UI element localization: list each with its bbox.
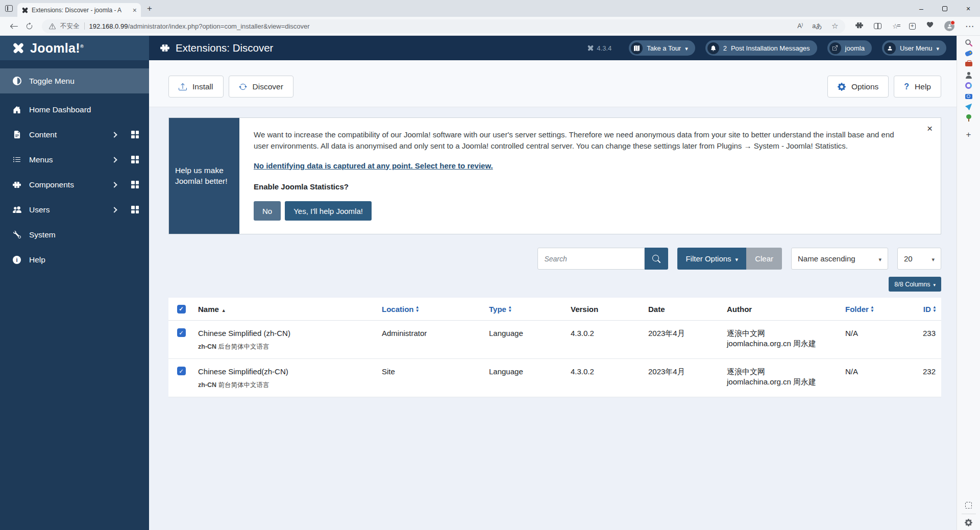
sidebar-item-toggle-menu[interactable]: Toggle Menu [0,68,149,93]
toolbar-row: Install Discover Options Help [149,60,957,107]
install-button[interactable]: Install [168,76,224,98]
sidebar-item-components[interactable]: Components [0,172,149,197]
browser-essentials-icon[interactable] [926,21,934,31]
sidebar-item-help[interactable]: Help [0,247,149,272]
user-menu-button[interactable]: User Menu [882,40,946,56]
panel-close-icon[interactable] [927,123,933,134]
browser-tab[interactable]: Extensions: Discover - joomla - A [17,3,141,17]
row-checkbox[interactable] [177,328,186,337]
favorite-star-icon[interactable] [831,21,838,31]
sidebar-outlook-icon[interactable] [964,92,973,101]
sidebar-item-menus[interactable]: Menus [0,147,149,172]
caret-down-icon [936,44,939,52]
filter-options-button[interactable]: Filter Options [677,248,746,270]
profile-avatar[interactable] [944,21,954,31]
columns-button[interactable]: 8/8 Columns [889,277,941,292]
sidebar-tools-icon[interactable] [964,60,973,68]
dashboard-grid-icon[interactable] [131,156,139,163]
statistics-no-button[interactable]: No [254,201,281,221]
chevron-right-icon[interactable] [111,207,117,212]
browser-toolbar: 不安全 192.168.0.99/administrator/index.php… [0,17,980,36]
caret-down-icon [685,44,688,52]
screenshot-icon[interactable] [964,501,973,510]
sidebar-settings-icon[interactable] [964,518,973,527]
dashboard-grid-icon[interactable] [131,131,139,138]
extension-folder: N/A [841,367,914,377]
tab-actions-button[interactable] [0,5,17,12]
sidebar-item-home-dashboard[interactable]: Home Dashboard [0,97,149,122]
clear-button[interactable]: Clear [746,248,782,270]
table-row: Chinese Simplified (zh-CN) zh-CN 后台简体中文语… [168,321,941,359]
row-checkbox[interactable] [177,367,186,375]
preview-site-button[interactable]: joomla [827,40,872,56]
page-title: Extensions: Discover [160,42,273,54]
post-installation-messages-button[interactable]: 2 Post Installation Messages [705,40,817,56]
upload-icon [179,83,187,91]
joomla-favicon [21,7,28,13]
close-button[interactable]: × [957,0,980,17]
split-screen-icon[interactable] [874,23,881,29]
extension-folder: N/A [841,328,914,339]
sidebar-loop-icon[interactable] [964,81,973,90]
sidebar-search-icon[interactable] [964,38,973,47]
column-header-type[interactable]: Type [485,305,567,314]
refresh-icon [239,83,247,91]
limit-select[interactable]: 20 [897,248,941,270]
tab-title: Extensions: Discover - joomla - A [32,7,129,14]
dashboard-grid-icon[interactable] [131,206,139,213]
collections-icon[interactable] [909,23,916,30]
column-header-date: Date [644,305,723,314]
help-button[interactable]: Help [894,76,941,98]
extension-date: 2023年4月 [644,328,723,339]
caret-down-icon [922,254,935,263]
tab-close-icon[interactable] [133,7,137,14]
address-bar[interactable]: 不安全 192.168.0.99/administrator/index.php… [42,19,845,33]
favorites-icon[interactable] [892,22,898,30]
dashboard-grid-icon[interactable] [131,181,139,188]
sort-select[interactable]: Name ascending [791,248,888,270]
address-divider [84,22,85,30]
options-button[interactable]: Options [827,76,889,98]
column-header-location[interactable]: Location [378,305,485,314]
sidebar-divider [962,514,976,514]
discover-button[interactable]: Discover [229,76,293,98]
minimize-button[interactable]: – [910,0,933,17]
table-header-row: Name Location Type Version Date Author F… [168,298,941,321]
refresh-button[interactable] [21,22,37,30]
maximize-button[interactable] [933,0,957,17]
sort-both-icon [871,305,873,312]
search-button[interactable] [645,248,668,270]
sidebar-add-icon[interactable] [964,130,973,139]
wrench-icon [12,231,21,238]
column-header-name[interactable]: Name [194,305,378,314]
sidebar-tree-icon[interactable] [964,113,973,122]
statistics-yes-button[interactable]: Yes, I'll help Joomla! [285,201,372,221]
new-tab-button[interactable]: + [147,4,152,13]
translate-icon[interactable]: aあ [812,22,822,31]
chevron-right-icon[interactable] [111,182,117,187]
extensions-icon[interactable] [855,21,863,31]
toolbar-icons [855,21,974,32]
column-header-folder[interactable]: Folder [841,305,914,314]
back-button[interactable] [6,22,21,31]
chevron-right-icon[interactable] [111,132,117,137]
take-a-tour-button[interactable]: Take a Tour [629,40,695,56]
search-input[interactable] [537,248,645,270]
browser-menu-icon[interactable] [965,21,974,32]
sidebar-item-users[interactable]: Users [0,197,149,222]
sidebar-drop-icon[interactable] [964,103,973,111]
statistics-review-link[interactable]: No identifying data is captured at any p… [254,160,493,172]
column-header-id[interactable]: ID [914,305,941,314]
sidebar-shopping-icon[interactable] [964,49,973,58]
sidebar-games-icon[interactable] [964,70,973,79]
sidebar-item-system[interactable]: System [0,222,149,247]
brand-wordmark: Joomla!® [30,41,84,56]
select-all-checkbox[interactable] [177,305,186,314]
edge-sidebar [957,36,980,530]
chevron-right-icon[interactable] [111,157,117,162]
maximize-icon [942,6,947,11]
sidebar-item-content[interactable]: Content [0,122,149,147]
read-aloud-icon[interactable]: A) [797,22,803,30]
extension-subtitle: zh-CN 后台简体中文语言 [198,342,378,352]
joomla-logo-icon [12,42,24,54]
